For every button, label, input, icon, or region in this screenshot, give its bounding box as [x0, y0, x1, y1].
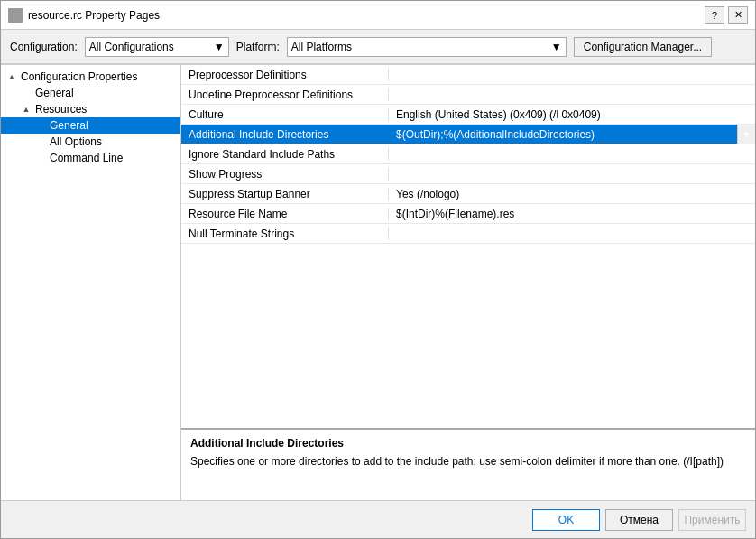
prop-value: $(IntDir)%(Filename).res: [389, 208, 755, 220]
title-bar-left: resource.rc Property Pages: [8, 8, 160, 23]
title-bar: resource.rc Property Pages ? ✕: [1, 1, 755, 30]
sidebar-item-general[interactable]: General: [1, 85, 180, 101]
properties-panel: Preprocessor DefinitionsUndefine Preproc…: [181, 65, 755, 500]
ok-button[interactable]: OK: [532, 509, 600, 531]
sidebar-item-command-line[interactable]: Command Line: [1, 150, 180, 166]
tree-label-config-props: Configuration Properties: [19, 70, 137, 83]
prop-name: Undefine Preprocessor Definitions: [181, 88, 389, 101]
platform-dropdown-value: All Platforms: [291, 41, 352, 53]
sidebar-item-resources[interactable]: ▲Resources: [1, 101, 180, 117]
config-manager-button[interactable]: Configuration Manager...: [574, 37, 712, 57]
platform-dropdown-arrow: ▼: [551, 41, 562, 53]
sidebar: ▲Configuration PropertiesGeneral▲Resourc…: [1, 65, 181, 500]
sidebar-item-config-props[interactable]: ▲Configuration Properties: [1, 69, 180, 85]
prop-row[interactable]: Suppress Startup BannerYes (/nologo): [181, 184, 755, 204]
prop-name: Show Progress: [181, 168, 389, 181]
prop-value: $(OutDir);%(AdditionalIncludeDirectories…: [389, 128, 737, 141]
dialog-title: resource.rc Property Pages: [28, 9, 160, 22]
property-pages-dialog: resource.rc Property Pages ? ✕ Configura…: [0, 0, 756, 539]
title-bar-controls: ? ✕: [705, 6, 748, 24]
description-panel: Additional Include Directories Specifies…: [181, 428, 755, 500]
prop-row[interactable]: Preprocessor Definitions: [181, 65, 755, 85]
toolbar: Configuration: All Configurations ▼ Plat…: [1, 30, 755, 64]
prop-value: English (United States) (0x409) (/l 0x04…: [389, 108, 755, 121]
sidebar-item-all-options[interactable]: All Options: [1, 134, 180, 150]
tree-label-all-options: All Options: [48, 135, 102, 148]
prop-name: Preprocessor Definitions: [181, 69, 389, 81]
config-label: Configuration:: [10, 41, 78, 53]
tree-label-resources: Resources: [33, 103, 87, 116]
platform-label: Platform:: [236, 41, 280, 53]
platform-dropdown[interactable]: All Platforms ▼: [287, 37, 567, 57]
sidebar-item-res-general[interactable]: General: [1, 117, 180, 134]
prop-name: Additional Include Directories: [181, 128, 389, 141]
main-content: ▲Configuration PropertiesGeneral▲Resourc…: [1, 64, 755, 500]
prop-name: Culture: [181, 108, 389, 121]
tree-toggle-resources: ▲: [19, 105, 33, 114]
tree-toggle-config-props: ▲: [5, 72, 19, 81]
tree-label-res-general: General: [48, 119, 88, 132]
prop-row[interactable]: Resource File Name$(IntDir)%(Filename).r…: [181, 204, 755, 224]
prop-name: Suppress Startup Banner: [181, 188, 389, 200]
properties-table: Preprocessor DefinitionsUndefine Preproc…: [181, 65, 755, 428]
prop-row[interactable]: Ignore Standard Include Paths: [181, 144, 755, 164]
prop-name: Resource File Name: [181, 208, 389, 220]
config-dropdown-arrow: ▼: [214, 41, 225, 53]
prop-value: Yes (/nologo): [389, 188, 755, 200]
prop-dropdown-btn[interactable]: ▼: [737, 125, 755, 144]
tree-label-command-line: Command Line: [48, 152, 123, 164]
prop-row[interactable]: Show Progress: [181, 164, 755, 184]
help-button[interactable]: ?: [705, 6, 724, 24]
prop-name: Ignore Standard Include Paths: [181, 148, 389, 161]
close-button[interactable]: ✕: [728, 6, 748, 24]
prop-row[interactable]: Undefine Preprocessor Definitions: [181, 85, 755, 105]
prop-row[interactable]: Additional Include Directories$(OutDir);…: [181, 125, 755, 144]
prop-row[interactable]: Null Terminate Strings: [181, 224, 755, 244]
prop-row[interactable]: CultureEnglish (United States) (0x409) (…: [181, 105, 755, 125]
config-dropdown-value: All Configurations: [89, 41, 174, 53]
footer: OK Отмена Применить: [1, 500, 755, 538]
description-title: Additional Include Directories: [190, 437, 746, 450]
prop-name: Null Terminate Strings: [181, 228, 389, 240]
apply-button[interactable]: Применить: [678, 509, 746, 531]
cancel-button[interactable]: Отмена: [605, 509, 673, 531]
description-text: Specifies one or more directories to add…: [190, 453, 746, 469]
file-icon: [8, 8, 23, 23]
tree-label-general: General: [33, 87, 74, 99]
config-dropdown[interactable]: All Configurations ▼: [85, 37, 229, 57]
